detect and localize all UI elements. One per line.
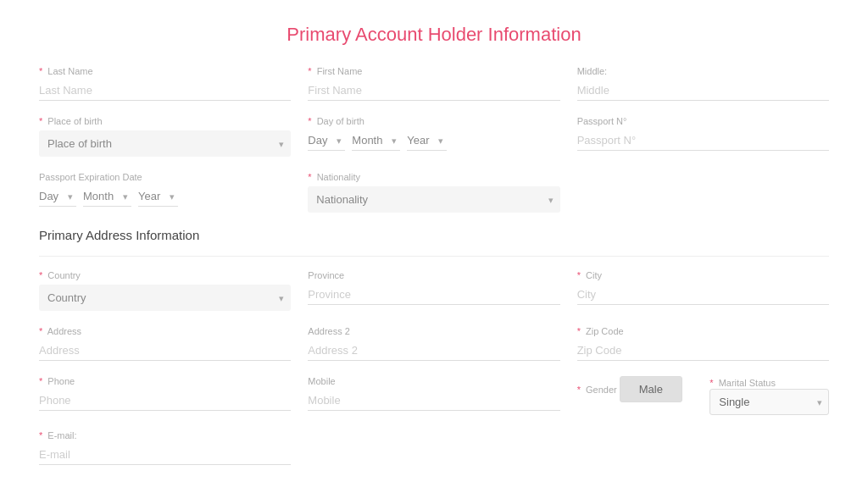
label-marital: * Marital Status [709,378,776,388]
address-input[interactable] [39,341,291,361]
label-country: * Country [39,270,291,280]
group-address2: Address 2 [308,326,559,361]
mobile-input[interactable] [308,390,559,411]
exp-day-select[interactable]: Day [39,186,76,207]
label-city: * City [577,270,829,280]
group-gender-marital: * Gender Male * Marital Status Single Ma… [577,376,829,415]
phone-input[interactable] [39,390,291,411]
label-gender: * Gender [577,385,620,395]
label-province: Province [308,270,559,280]
dob-dropdowns: Day Month Year [308,130,559,151]
label-nationality: * Nationality [308,172,559,182]
section-address-title: Primary Address Information [39,228,829,242]
address2-input[interactable] [308,341,559,361]
first-name-input[interactable] [308,80,559,101]
year-wrapper: Year [407,130,447,151]
group-empty [577,172,829,213]
row-email: * E-mail: [39,430,829,465]
group-passport-n: Passport N° [577,116,829,157]
label-passport-n: Passport N° [577,116,829,126]
country-wrapper: Country [39,285,291,311]
middle-input[interactable] [577,80,829,101]
group-middle: Middle: [577,66,829,101]
group-province: Province [308,270,559,311]
last-name-input[interactable] [39,80,291,101]
group-mobile: Mobile [308,376,559,415]
label-phone: * Phone [39,376,291,386]
required-star-marital: * [709,378,713,388]
label-mobile: Mobile [308,376,559,386]
group-email: * E-mail: [39,430,291,465]
row-country-province-city: * Country Country Province * City [39,270,829,311]
required-star-dob: * [308,116,311,126]
day-wrapper: Day [308,130,345,151]
required-star-email: * [39,430,42,440]
required-star: * [39,66,42,76]
nationality-select[interactable]: Nationality [308,186,559,213]
required-star-first: * [308,66,311,76]
exp-year-select[interactable]: Year [138,186,178,207]
row-name: * Last Name * First Name Middle: [39,66,829,101]
marital-select-wrapper: Single Married Divorced Widowed [709,389,829,415]
province-input[interactable] [308,285,559,305]
required-star-phone: * [39,376,42,386]
required-star-city: * [577,270,581,280]
label-email: * E-mail: [39,430,291,440]
group-gender: * Gender Male [577,376,697,415]
group-phone: * Phone [39,376,291,415]
row-address: * Address Address 2 * Zip Code [39,326,829,361]
label-zip: * Zip Code [577,326,829,336]
group-address: * Address [39,326,291,361]
row-birth: * Place of birth Place of birth * Day of… [39,116,829,157]
form-container: * Last Name * First Name Middle: * Place… [19,66,849,504]
month-wrapper: Month [352,130,400,151]
city-input[interactable] [577,285,829,305]
exp-day-wrapper: Day [39,186,76,207]
required-star-addr: * [39,326,42,336]
label-middle: Middle: [577,66,829,76]
section-divider [39,256,829,257]
place-of-birth-select[interactable]: Place of birth [39,130,291,157]
nationality-wrapper: Nationality [308,186,559,213]
required-star-country: * [39,270,42,280]
row-phone-mobile-gender: * Phone Mobile * Gender Male [39,376,829,415]
passport-n-input[interactable] [577,130,829,151]
dob-month-select[interactable]: Month [352,130,400,151]
exp-month-select[interactable]: Month [83,186,131,207]
label-place-of-birth: * Place of birth [39,116,291,126]
required-star-gender: * [577,385,581,395]
required-star-zip: * [577,326,581,336]
group-empty-2 [308,430,559,465]
dob-day-select[interactable]: Day [308,130,345,151]
required-star-nat: * [308,172,311,182]
group-zip: * Zip Code [577,326,829,361]
label-dob: * Day of birth [308,116,559,126]
label-passport-exp: Passport Expiration Date [39,172,291,182]
required-star-pob: * [39,116,42,126]
exp-month-wrapper: Month [83,186,131,207]
exp-year-wrapper: Year [138,186,178,207]
place-of-birth-wrapper: Place of birth [39,130,291,157]
group-nationality: * Nationality Nationality [308,172,559,213]
passport-exp-dropdowns: Day Month Year [39,186,291,207]
gender-male-button[interactable]: Male [620,376,682,402]
zip-input[interactable] [577,341,829,361]
label-first-name: * First Name [308,66,559,76]
email-input[interactable] [39,445,291,465]
group-city: * City [577,270,829,311]
group-country: * Country Country [39,270,291,311]
group-passport-exp: Passport Expiration Date Day Month Year [39,172,291,213]
group-last-name: * Last Name [39,66,291,101]
page-title: Primary Account Holder Information [0,0,868,66]
country-select[interactable]: Country [39,285,291,311]
dob-year-select[interactable]: Year [407,130,447,151]
group-first-name: * First Name [308,66,559,101]
label-last-name: * Last Name [39,66,291,76]
label-address2: Address 2 [308,326,559,336]
label-address: * Address [39,326,291,336]
group-place-of-birth: * Place of birth Place of birth [39,116,291,157]
marital-status-select[interactable]: Single Married Divorced Widowed [709,389,829,415]
group-empty-3 [577,430,829,465]
row-passport-nationality: Passport Expiration Date Day Month Year [39,172,829,213]
group-marital: * Marital Status Single Married Divorced… [709,376,829,415]
